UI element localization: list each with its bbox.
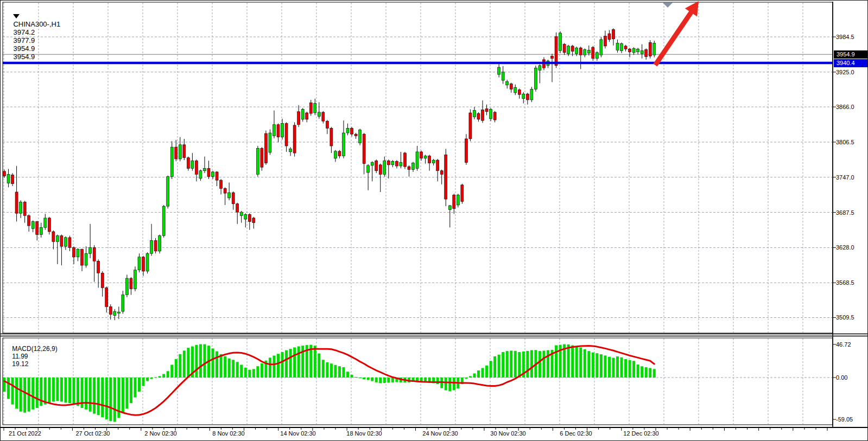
macd-name: MACD(12,26,9) <box>12 345 57 353</box>
time-axis-label: 24 Nov 02:30 <box>422 430 458 437</box>
macd-chart-area[interactable] <box>3 338 833 424</box>
price-axis-label: 3747.0 <box>836 174 854 181</box>
ohlc-low: 3954.9 <box>13 44 35 53</box>
macd-signal-value: 19.12 <box>12 360 28 368</box>
time-axis-label: 6 Dec 02:30 <box>560 430 592 437</box>
symbol-dropdown-icon[interactable] <box>13 14 20 18</box>
symbol-period-label: CHINA300-,H1 <box>13 20 60 28</box>
ohlc-high: 3977.9 <box>13 36 35 44</box>
time-axis-label: 8 Nov 02:30 <box>212 430 244 437</box>
macd-axis-label: 46.72 <box>836 341 851 348</box>
ohlc-open: 3974.2 <box>13 28 35 36</box>
mt4-chart-window: CHINA300-,H1 3974.2 3977.9 3954.9 3954.9… <box>0 0 868 441</box>
price-chart-area[interactable] <box>3 3 833 333</box>
time-axis-label: 12 Dec 02:30 <box>623 430 658 437</box>
price-axis-label: 3866.0 <box>836 103 854 111</box>
price-axis-label: 3568.5 <box>836 279 854 286</box>
time-axis-label: 30 Nov 02:30 <box>490 430 525 437</box>
time-axis-label: 14 Nov 02:30 <box>280 430 315 437</box>
time-axis-label: 21 Oct 2022 <box>9 430 41 437</box>
price-axis-label: 3628.0 <box>836 244 854 251</box>
ohlc-close: 3954.9 <box>13 53 35 61</box>
macd-main-value: 11.99 <box>12 353 28 360</box>
macd-indicator-label: MACD(12,26,9) 11.99 19.12 <box>5 337 60 375</box>
price-axis-label: 3984.5 <box>836 33 854 41</box>
time-axis-label: 18 Nov 02:30 <box>346 430 382 437</box>
time-axis-label: 27 Oct 02:30 <box>76 430 110 437</box>
current-price-badge: 3954.9 <box>834 50 868 59</box>
price-axis-label: 3925.0 <box>836 68 854 76</box>
price-axis-label: 3806.5 <box>836 138 854 146</box>
support-line-price-badge: 3940.4 <box>834 59 868 67</box>
chart-title: CHINA300-,H1 3974.2 3977.9 3954.9 3954.9 <box>5 4 64 69</box>
price-axis-label: 3509.5 <box>836 314 854 321</box>
time-axis-label: 2 Nov 02:30 <box>144 430 176 437</box>
price-axis-label: 3687.5 <box>836 209 854 216</box>
macd-axis-label: 0.00 <box>836 374 847 381</box>
macd-axis-label: -59.05 <box>836 416 853 423</box>
